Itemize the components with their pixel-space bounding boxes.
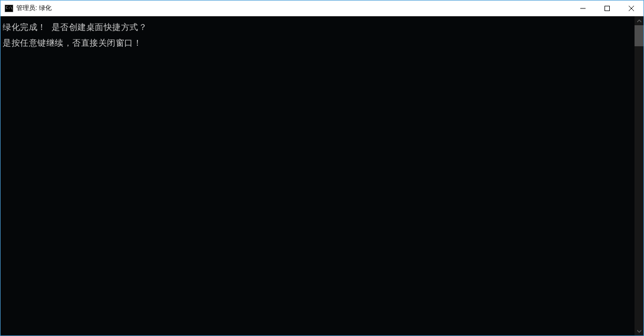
window-title: 管理员: 绿化: [16, 4, 571, 13]
scroll-up-button[interactable]: [635, 16, 643, 25]
close-button[interactable]: [619, 1, 643, 16]
close-icon: [629, 6, 634, 11]
titlebar[interactable]: 管理员: 绿化: [1, 1, 643, 16]
console-content[interactable]: 绿化完成！ 是否创建桌面快捷方式？ 是按任意键继续，否直接关闭窗口！: [1, 16, 635, 335]
console-line: 是按任意键继续，否直接关闭窗口！: [3, 35, 635, 51]
window-controls: [571, 1, 643, 16]
scroll-down-button[interactable]: [635, 327, 643, 335]
console-line: 绿化完成！ 是否创建桌面快捷方式？: [3, 19, 635, 35]
svg-rect-1: [605, 6, 610, 11]
minimize-icon: [580, 6, 586, 11]
scroll-thumb[interactable]: [635, 25, 643, 46]
console-area: 绿化完成！ 是否创建桌面快捷方式？ 是按任意键继续，否直接关闭窗口！: [1, 16, 643, 335]
vertical-scrollbar[interactable]: [635, 16, 643, 335]
maximize-button[interactable]: [595, 1, 619, 16]
maximize-icon: [605, 6, 610, 11]
console-window: 管理员: 绿化 绿化完成！ 是否创建桌面快捷方式？: [0, 0, 644, 336]
chevron-down-icon: [637, 329, 641, 333]
minimize-button[interactable]: [571, 1, 595, 16]
cmd-icon: [5, 5, 13, 12]
chevron-up-icon: [637, 19, 641, 23]
scroll-track[interactable]: [635, 25, 643, 327]
